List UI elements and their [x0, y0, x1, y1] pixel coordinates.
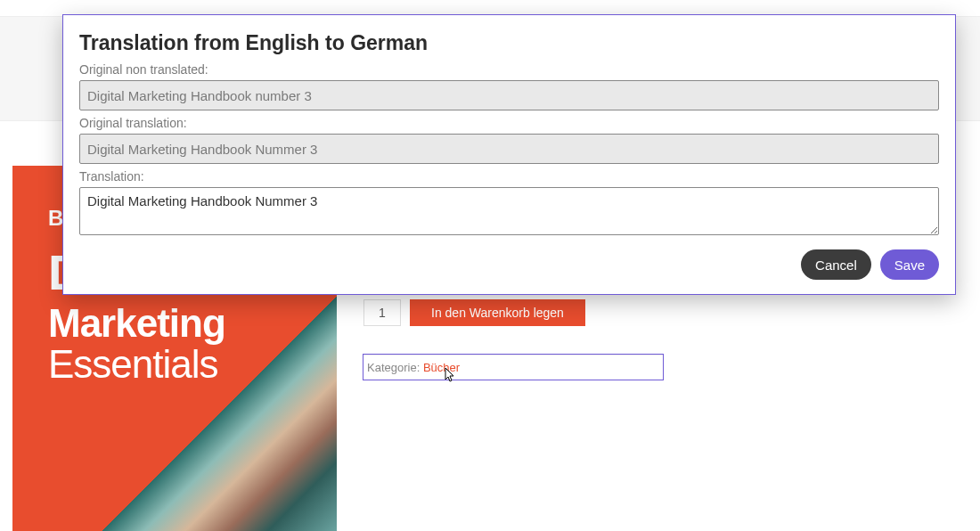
category-link[interactable]: Bücher: [423, 361, 460, 374]
original-input: [79, 80, 939, 110]
quantity-input[interactable]: [363, 299, 401, 326]
modal-actions: Cancel Save: [79, 249, 939, 280]
add-to-cart-button[interactable]: In den Warenkorb legen: [410, 299, 585, 326]
category-row: Kategorie: Bücher: [363, 355, 663, 380]
qty-cart-row: In den Warenkorb legen: [363, 299, 732, 326]
translation-modal: Translation from English to German Origi…: [62, 14, 956, 295]
original-translation-input: [79, 134, 939, 164]
modal-title: Translation from English to German: [79, 31, 939, 55]
translation-textarea[interactable]: Digital Marketing Handbook Nummer 3: [79, 187, 939, 235]
product-image-title-line3: Essentials: [48, 344, 225, 385]
product-image-badge: B: [48, 206, 63, 231]
product-image-title-line2: Marketing: [48, 303, 225, 344]
save-button[interactable]: Save: [880, 249, 939, 280]
cancel-button[interactable]: Cancel: [801, 249, 871, 280]
original-translation-label: Original translation:: [79, 116, 939, 130]
translation-label: Translation:: [79, 169, 939, 184]
original-label: Original non translated:: [79, 62, 939, 77]
category-label: Kategorie:: [367, 361, 423, 374]
